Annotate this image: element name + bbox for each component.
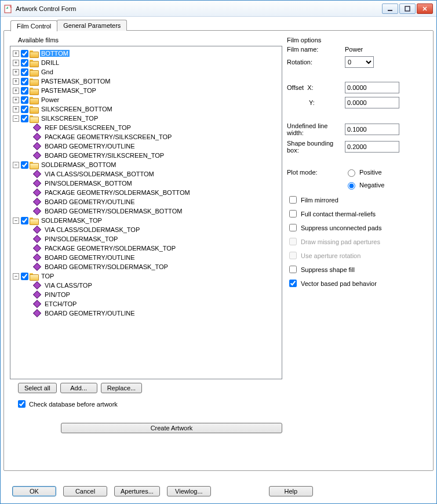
maximize-button[interactable] xyxy=(399,3,416,14)
tree-folder-row[interactable]: +DRILL xyxy=(13,58,282,67)
tree-folder-row[interactable]: −SILKSCREEN_TOP xyxy=(13,114,282,123)
tree-leaf-label[interactable]: VIA CLASS/SOLDERMASK_TOP xyxy=(43,226,141,233)
tree-checkbox[interactable] xyxy=(21,161,28,169)
tree-folder-label[interactable]: SOLDERMASK_TOP xyxy=(40,217,103,224)
tree-folder-row[interactable]: +SILKSCREEN_BOTTOM xyxy=(13,104,282,114)
tree-leaf-row[interactable]: REF DES/SILKSCREEN_TOP xyxy=(13,123,282,132)
tree-leaf-row[interactable]: PACKAGE GEOMETRY/SOLDERMASK_BOTTOM xyxy=(13,188,282,197)
tree-folder-label[interactable]: BOTTOM xyxy=(40,50,70,57)
option-check-row[interactable]: Vector based pad behavior xyxy=(287,278,420,289)
tree-leaf-label[interactable]: VIA CLASS/TOP xyxy=(43,282,93,289)
collapse-icon[interactable]: − xyxy=(13,273,19,280)
option-checkbox[interactable] xyxy=(289,224,297,231)
tree-leaf-label[interactable]: BOARD GEOMETRY/OUTLINE xyxy=(43,198,136,205)
tree-leaf-label[interactable]: BOARD GEOMETRY/SILKSCREEN_TOP xyxy=(43,152,165,159)
tree-checkbox[interactable] xyxy=(21,273,28,280)
tree-folder-row[interactable]: +PASTEMASK_TOP xyxy=(13,86,282,95)
tree-leaf-label[interactable]: BOARD GEOMETRY/OUTLINE xyxy=(43,310,136,317)
collapse-icon[interactable]: − xyxy=(13,162,19,168)
close-button[interactable] xyxy=(417,3,433,14)
expand-icon[interactable]: + xyxy=(13,78,19,85)
shape-bounding-box-input[interactable] xyxy=(345,141,399,153)
select-all-button[interactable]: Select all xyxy=(18,383,57,393)
help-button[interactable]: Help xyxy=(269,486,313,496)
expand-icon[interactable]: + xyxy=(13,50,19,57)
tree-folder-label[interactable]: TOP xyxy=(40,273,55,280)
tree-checkbox[interactable] xyxy=(21,50,28,57)
plot-mode-negative-radio[interactable] xyxy=(348,182,355,190)
tree-folder-label[interactable]: PASTEMASK_TOP xyxy=(40,87,97,94)
tab-film-control[interactable]: Film Control xyxy=(10,20,57,31)
tree-folder-row[interactable]: +BOTTOM xyxy=(13,49,282,58)
tree-folder-label[interactable]: SOLDERMASK_BOTTOM xyxy=(40,161,117,168)
tree-leaf-label[interactable]: PACKAGE GEOMETRY/SILKSCREEN_TOP xyxy=(43,133,173,140)
tree-checkbox[interactable] xyxy=(21,78,28,85)
tree-leaf-row[interactable]: PIN/SOLDERMASK_TOP xyxy=(13,234,282,244)
tree-folder-row[interactable]: −TOP xyxy=(13,271,282,281)
tree-folder-label[interactable]: Power xyxy=(40,96,60,103)
check-database-checkbox[interactable] xyxy=(18,400,26,408)
tree-leaf-row[interactable]: PACKAGE GEOMETRY/SILKSCREEN_TOP xyxy=(13,132,282,142)
available-films-tree[interactable]: +BOTTOM+DRILL+Gnd+PASTEMASK_BOTTOM+PASTE… xyxy=(10,46,282,379)
tree-leaf-label[interactable]: PACKAGE GEOMETRY/SOLDERMASK_TOP xyxy=(43,245,177,252)
tree-leaf-label[interactable]: VIA CLASS/SOLDERMASK_BOTTOM xyxy=(43,171,155,177)
apertures-button[interactable]: Apertures... xyxy=(114,486,160,496)
tree-leaf-row[interactable]: BOARD GEOMETRY/OUTLINE xyxy=(13,142,282,151)
option-check-row[interactable]: Film mirrored xyxy=(287,194,420,205)
expand-icon[interactable]: + xyxy=(13,106,19,113)
tree-folder-label[interactable]: DRILL xyxy=(40,59,60,66)
expand-icon[interactable]: + xyxy=(13,88,19,94)
option-checkbox[interactable] xyxy=(289,196,297,204)
tree-checkbox[interactable] xyxy=(21,87,28,95)
option-checkbox[interactable] xyxy=(289,210,297,217)
tree-folder-row[interactable]: +Gnd xyxy=(13,67,282,77)
tree-leaf-row[interactable]: BOARD GEOMETRY/SOLDERMASK_TOP xyxy=(13,262,282,271)
expand-icon[interactable]: + xyxy=(13,69,19,75)
tree-leaf-row[interactable]: BOARD GEOMETRY/OUTLINE xyxy=(13,309,282,318)
tree-leaf-label[interactable]: BOARD GEOMETRY/SOLDERMASK_BOTTOM xyxy=(43,208,183,215)
tree-leaf-label[interactable]: PIN/SOLDERMASK_BOTTOM xyxy=(43,180,133,187)
replace-button[interactable]: Replace... xyxy=(101,383,143,393)
minimize-button[interactable] xyxy=(382,3,398,14)
tree-leaf-row[interactable]: BOARD GEOMETRY/OUTLINE xyxy=(13,253,282,262)
tree-leaf-row[interactable]: BOARD GEOMETRY/OUTLINE xyxy=(13,197,282,206)
tree-checkbox[interactable] xyxy=(21,68,28,76)
collapse-icon[interactable]: − xyxy=(13,217,19,224)
expand-icon[interactable]: + xyxy=(13,60,19,66)
tree-leaf-label[interactable]: PIN/TOP xyxy=(43,291,71,298)
rotation-select[interactable]: 0 xyxy=(345,56,374,68)
tree-leaf-row[interactable]: VIA CLASS/SOLDERMASK_BOTTOM xyxy=(13,169,282,179)
tree-leaf-label[interactable]: REF DES/SILKSCREEN_TOP xyxy=(43,124,132,131)
tree-folder-row[interactable]: −SOLDERMASK_BOTTOM xyxy=(13,160,282,169)
option-check-row[interactable]: Suppress shape fill xyxy=(287,264,420,275)
collapse-icon[interactable]: − xyxy=(13,115,19,122)
tree-folder-label[interactable]: PASTEMASK_BOTTOM xyxy=(40,78,111,85)
undefined-line-width-input[interactable] xyxy=(345,124,399,135)
tree-leaf-label[interactable]: BOARD GEOMETRY/OUTLINE xyxy=(43,143,136,150)
tree-leaf-row[interactable]: ETCH/TOP xyxy=(13,299,282,309)
tree-folder-label[interactable]: Gnd xyxy=(40,68,54,75)
tree-leaf-row[interactable]: BOARD GEOMETRY/SILKSCREEN_TOP xyxy=(13,151,282,160)
tab-general-parameters[interactable]: General Parameters xyxy=(57,20,127,31)
option-checkbox[interactable] xyxy=(289,280,297,287)
tree-leaf-label[interactable]: BOARD GEOMETRY/OUTLINE xyxy=(43,254,136,261)
option-checkbox[interactable] xyxy=(289,266,297,273)
tree-folder-label[interactable]: SILKSCREEN_TOP xyxy=(40,115,99,122)
create-artwork-button[interactable]: Create Artwork xyxy=(61,423,282,433)
offset-y-input[interactable] xyxy=(345,97,399,108)
tree-checkbox[interactable] xyxy=(21,115,28,122)
tree-leaf-row[interactable]: PIN/SOLDERMASK_BOTTOM xyxy=(13,179,282,188)
tree-leaf-row[interactable]: VIA CLASS/SOLDERMASK_TOP xyxy=(13,225,282,234)
tree-folder-row[interactable]: +Power xyxy=(13,95,282,104)
ok-button[interactable]: OK xyxy=(12,486,56,496)
tree-checkbox[interactable] xyxy=(21,59,28,67)
option-check-row[interactable]: Full contact thermal-reliefs xyxy=(287,208,420,219)
tree-leaf-label[interactable]: PIN/SOLDERMASK_TOP xyxy=(43,235,119,242)
tree-leaf-row[interactable]: VIA CLASS/TOP xyxy=(13,281,282,290)
tree-leaf-label[interactable]: BOARD GEOMETRY/SOLDERMASK_TOP xyxy=(43,263,169,270)
add-button[interactable]: Add... xyxy=(60,383,97,393)
tree-leaf-label[interactable]: PACKAGE GEOMETRY/SOLDERMASK_BOTTOM xyxy=(43,189,191,196)
expand-icon[interactable]: + xyxy=(13,97,19,103)
tree-folder-row[interactable]: +PASTEMASK_BOTTOM xyxy=(13,77,282,86)
tree-checkbox[interactable] xyxy=(21,96,28,104)
